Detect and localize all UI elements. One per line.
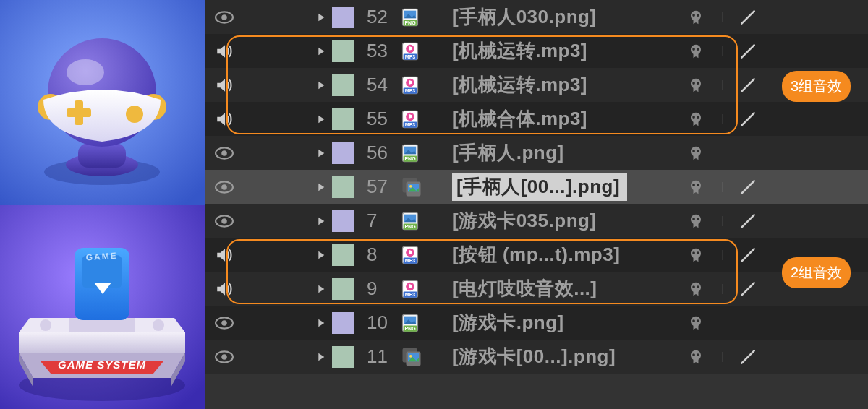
layer-row[interactable]: 52[手柄人030.png] xyxy=(205,0,868,34)
layer-name[interactable]: [手柄人.png] xyxy=(449,140,670,165)
expand-toggle[interactable] xyxy=(312,317,332,330)
blend-mode-icon[interactable] xyxy=(722,178,774,197)
filetype-icon xyxy=(397,74,449,96)
layer-name[interactable]: [按钮 (mp...t).mp3] xyxy=(449,242,670,267)
svg-point-10 xyxy=(126,106,143,123)
audio-toggle[interactable] xyxy=(205,280,244,298)
audio-toggle[interactable] xyxy=(205,246,244,264)
parent-icon[interactable] xyxy=(670,143,722,163)
color-swatch[interactable] xyxy=(332,312,354,334)
layer-row[interactable]: 53[机械运转.mp3] xyxy=(205,34,868,68)
expand-toggle[interactable] xyxy=(312,147,332,160)
layer-row[interactable]: 8[按钮 (mp...t).mp3] xyxy=(205,238,868,272)
expand-toggle[interactable] xyxy=(312,350,332,363)
parent-icon[interactable] xyxy=(670,109,722,129)
svg-point-20 xyxy=(40,319,51,331)
blend-mode-icon[interactable] xyxy=(722,42,774,61)
color-swatch[interactable] xyxy=(332,40,354,62)
color-swatch[interactable] xyxy=(332,346,354,368)
layer-index: 8 xyxy=(354,244,397,266)
layer-row[interactable]: 54[机械运转.mp3] xyxy=(205,68,868,102)
layer-name[interactable]: [游戏卡[00...].png] xyxy=(449,344,670,369)
color-swatch[interactable] xyxy=(332,74,354,96)
layer-name[interactable]: [电灯吱吱音效...] xyxy=(449,276,670,301)
parent-icon[interactable] xyxy=(670,177,722,197)
filetype-icon xyxy=(397,142,449,164)
layer-row[interactable]: 7[游戏卡035.png] xyxy=(205,204,868,238)
parent-icon[interactable] xyxy=(670,313,722,333)
expand-toggle[interactable] xyxy=(312,181,332,194)
expand-toggle[interactable] xyxy=(312,249,332,262)
color-swatch[interactable] xyxy=(332,278,354,300)
expand-toggle[interactable] xyxy=(312,45,332,58)
preview-column: GAME GAME SYSTEM xyxy=(0,0,205,409)
blend-mode-icon[interactable] xyxy=(722,348,774,366)
color-swatch[interactable] xyxy=(332,7,354,28)
parent-icon[interactable] xyxy=(670,75,722,95)
layer-name[interactable]: [机械运转.mp3] xyxy=(449,38,670,64)
color-swatch[interactable] xyxy=(332,244,354,266)
expand-toggle[interactable] xyxy=(312,79,332,92)
blend-mode-icon[interactable] xyxy=(722,76,774,95)
filetype-icon xyxy=(397,312,449,334)
color-swatch[interactable] xyxy=(332,210,354,232)
parent-icon[interactable] xyxy=(670,41,722,61)
layer-index: 7 xyxy=(354,210,397,232)
visibility-toggle[interactable] xyxy=(205,314,244,332)
blend-mode-icon[interactable] xyxy=(722,212,774,231)
filetype-icon xyxy=(397,176,449,198)
layer-index: 55 xyxy=(354,108,397,130)
svg-point-21 xyxy=(153,319,164,331)
color-swatch[interactable] xyxy=(332,142,354,164)
audio-toggle[interactable] xyxy=(205,76,244,95)
parent-icon[interactable] xyxy=(670,7,722,27)
layer-row[interactable]: 56[手柄人.png] xyxy=(205,136,868,170)
layer-row[interactable]: 10[游戏卡.png] xyxy=(205,306,868,340)
blend-mode-icon[interactable] xyxy=(722,280,774,298)
filetype-icon xyxy=(397,108,449,130)
preview-thumb-top xyxy=(0,0,205,204)
preview-thumb-bottom-svg: GAME GAME SYSTEM xyxy=(0,204,205,409)
highlight-label: 2组音效 xyxy=(782,257,851,288)
layer-panel-1: 7[游戏卡035.png]8[按钮 (mp...t).mp3]9[电灯吱吱音效.… xyxy=(205,204,868,374)
color-swatch[interactable] xyxy=(332,176,354,198)
audio-toggle[interactable] xyxy=(205,110,244,129)
layer-name[interactable]: [手柄人030.png] xyxy=(449,4,670,30)
expand-toggle[interactable] xyxy=(312,283,332,296)
visibility-toggle[interactable] xyxy=(205,8,244,27)
layer-index: 9 xyxy=(354,277,397,300)
layer-row[interactable]: 11[游戏卡[00...].png] xyxy=(205,340,868,374)
layer-name[interactable]: [机械运转.mp3] xyxy=(449,72,670,98)
blend-mode-icon[interactable] xyxy=(722,246,774,264)
layer-name[interactable]: [游戏卡035.png] xyxy=(449,208,670,233)
layer-index: 10 xyxy=(354,311,397,334)
layer-index: 54 xyxy=(354,74,397,96)
layer-row[interactable]: 55[机械合体.mp3] xyxy=(205,102,868,136)
layer-row[interactable]: 57[手柄人[00...].png] xyxy=(205,170,868,204)
parent-icon[interactable] xyxy=(670,347,722,367)
layer-name[interactable]: [游戏卡.png] xyxy=(449,310,670,335)
visibility-toggle[interactable] xyxy=(205,212,244,231)
parent-icon[interactable] xyxy=(670,279,722,299)
layer-index: 53 xyxy=(354,40,397,62)
layers-panel: 52[手柄人030.png]53[机械运转.mp3]54[机械运转.mp3]55… xyxy=(205,0,868,409)
parent-icon[interactable] xyxy=(670,245,722,265)
expand-toggle[interactable] xyxy=(312,215,332,228)
svg-marker-16 xyxy=(19,332,185,353)
layer-name[interactable]: [机械合体.mp3] xyxy=(449,106,670,132)
blend-mode-icon[interactable] xyxy=(722,8,774,27)
blend-mode-icon[interactable] xyxy=(722,110,774,129)
console-title: GAME SYSTEM xyxy=(58,358,146,371)
layer-name[interactable]: [手柄人[00...].png] xyxy=(452,173,627,201)
visibility-toggle[interactable] xyxy=(205,144,244,163)
color-swatch[interactable] xyxy=(332,108,354,130)
expand-toggle[interactable] xyxy=(312,113,332,126)
svg-point-5 xyxy=(67,59,104,85)
parent-icon[interactable] xyxy=(670,211,722,231)
layer-row[interactable]: 9[电灯吱吱音效...] xyxy=(205,272,868,306)
visibility-toggle[interactable] xyxy=(205,348,244,366)
expand-toggle[interactable] xyxy=(312,11,332,24)
audio-toggle[interactable] xyxy=(205,42,244,61)
layer-index: 52 xyxy=(354,6,397,28)
visibility-toggle[interactable] xyxy=(205,178,244,197)
